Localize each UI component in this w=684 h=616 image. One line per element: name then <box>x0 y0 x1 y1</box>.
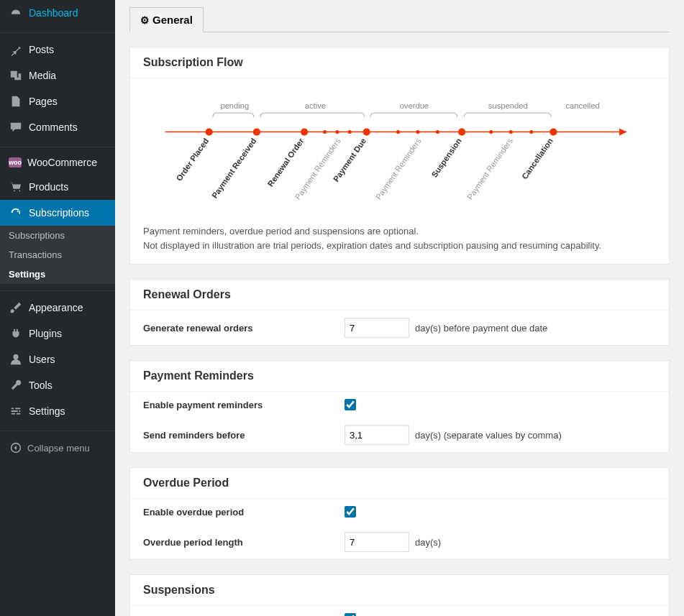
sidebar-label: Appearance <box>29 302 83 313</box>
enable-reminders-label: Enable payment reminders <box>143 400 345 410</box>
sidebar-label: WooCommerce <box>27 157 97 168</box>
pin-icon <box>9 42 23 57</box>
sidebar-item-dashboard[interactable]: Dashboard <box>0 0 115 26</box>
svg-point-0 <box>13 354 18 359</box>
sidebar-item-products[interactable]: Products <box>0 174 115 200</box>
overdue-length-input[interactable] <box>345 532 409 552</box>
media-icon <box>9 68 23 83</box>
submenu-item-settings[interactable]: Settings <box>0 265 115 284</box>
generate-renewal-label: Generate renewal orders <box>143 323 345 334</box>
svg-text:pending: pending <box>220 101 249 110</box>
dashboard-icon <box>9 6 23 20</box>
generate-renewal-input[interactable] <box>345 318 409 338</box>
sidebar-item-plugins[interactable]: Plugins <box>0 321 115 346</box>
user-icon <box>9 352 23 367</box>
enable-reminders-checkbox[interactable] <box>345 399 356 410</box>
sidebar-item-appearance[interactable]: Appearance <box>0 295 115 321</box>
enable-overdue-checkbox[interactable] <box>345 506 356 518</box>
svg-point-19 <box>416 130 419 134</box>
sidebar-label: Users <box>29 354 55 365</box>
sidebar-item-pages[interactable]: Pages <box>0 88 115 114</box>
sidebar-label: Products <box>29 181 68 193</box>
send-reminders-suffix: day(s) (separate values by comma) <box>415 430 562 441</box>
send-reminders-label: Send reminders before <box>143 430 345 441</box>
sidebar-item-subscriptions[interactable]: Subscriptions <box>0 200 115 226</box>
svg-point-11 <box>301 128 308 135</box>
enable-suspensions-checkbox[interactable] <box>345 613 356 616</box>
gear-icon: ⚙ <box>140 14 150 26</box>
enable-overdue-label: Enable overdue period <box>143 507 345 518</box>
flow-diagram: pending active overdue suspended cancell… <box>143 93 656 208</box>
svg-point-18 <box>396 130 400 134</box>
svg-text:overdue: overdue <box>400 101 429 110</box>
svg-text:cancelled: cancelled <box>566 101 600 110</box>
panel-suspensions: Suspensions Enable suspensions Suspensio… <box>129 574 670 616</box>
flow-note-2: Not displayed in illustration are trial … <box>143 239 656 253</box>
sidebar-label: Dashboard <box>29 7 78 19</box>
cart-icon <box>9 180 23 194</box>
panel-title: Renewal Orders <box>130 280 669 311</box>
svg-point-12 <box>363 128 370 135</box>
admin-sidebar: Dashboard Posts Media Pages Comments woo… <box>0 0 115 616</box>
overdue-length-label: Overdue period length <box>143 537 345 548</box>
submenu-item-transactions[interactable]: Transactions <box>0 245 115 265</box>
sidebar-item-woocommerce[interactable]: woo WooCommerce <box>0 151 115 174</box>
comment-icon <box>9 120 23 134</box>
panel-title: Subscription Flow <box>130 47 669 78</box>
svg-text:Payment Received: Payment Received <box>210 137 258 200</box>
overdue-length-suffix: day(s) <box>415 537 441 548</box>
svg-point-10 <box>253 128 260 135</box>
panel-title: Suspensions <box>130 575 669 606</box>
sidebar-label: Posts <box>29 44 54 55</box>
sidebar-item-tools[interactable]: Tools <box>0 372 115 398</box>
svg-text:Cancellation: Cancellation <box>520 137 555 181</box>
sidebar-item-settings[interactable]: Settings <box>0 398 115 424</box>
svg-text:Payment Reminders: Payment Reminders <box>374 137 423 201</box>
svg-point-9 <box>206 128 213 135</box>
svg-text:Renewal Order: Renewal Order <box>266 136 306 188</box>
enable-suspensions-label: Enable suspensions <box>143 614 345 617</box>
tab-label: General <box>152 14 193 26</box>
sidebar-label: Tools <box>29 380 53 391</box>
submenu-item-subscriptions[interactable]: Subscriptions <box>0 226 115 245</box>
svg-point-16 <box>335 130 339 134</box>
svg-text:Payment Reminders: Payment Reminders <box>465 137 514 201</box>
sidebar-item-posts[interactable]: Posts <box>0 37 115 63</box>
svg-text:Order Placed: Order Placed <box>175 137 211 183</box>
svg-point-15 <box>323 130 327 134</box>
flow-note-1: Payment reminders, overdue period and su… <box>143 224 656 239</box>
svg-text:Suspension: Suspension <box>430 137 463 179</box>
panel-subscription-flow: Subscription Flow pending active overdue… <box>129 47 670 265</box>
panel-title: Overdue Period <box>130 468 669 499</box>
sidebar-label: Pages <box>29 96 58 107</box>
sidebar-label: Comments <box>29 121 78 133</box>
panel-payment-reminders: Payment Reminders Enable payment reminde… <box>129 360 670 453</box>
svg-point-22 <box>509 130 513 134</box>
collapse-menu[interactable]: Collapse menu <box>0 435 115 461</box>
svg-text:suspended: suspended <box>488 101 528 110</box>
sidebar-item-media[interactable]: Media <box>0 63 115 88</box>
svg-point-17 <box>348 130 352 134</box>
refresh-icon <box>9 206 23 220</box>
sidebar-submenu: Subscriptions Transactions Settings <box>0 226 115 284</box>
svg-point-23 <box>529 130 533 134</box>
svg-point-13 <box>458 128 465 135</box>
generate-renewal-suffix: day(s) before payment due date <box>415 323 547 334</box>
plug-icon <box>9 326 23 341</box>
svg-text:active: active <box>305 101 326 110</box>
send-reminders-input[interactable] <box>345 425 409 445</box>
panel-title: Payment Reminders <box>130 361 669 392</box>
svg-point-14 <box>550 128 557 135</box>
main-content: ⚙General Subscription Flow pending activ… <box>115 0 684 616</box>
sidebar-item-comments[interactable]: Comments <box>0 114 115 140</box>
tab-general[interactable]: ⚙General <box>129 7 204 32</box>
sidebar-item-users[interactable]: Users <box>0 346 115 372</box>
svg-marker-3 <box>619 128 626 135</box>
page-icon <box>9 94 23 109</box>
svg-point-20 <box>436 130 439 134</box>
wrench-icon <box>9 378 23 392</box>
collapse-icon <box>9 441 23 455</box>
sidebar-label: Subscriptions <box>29 207 89 219</box>
collapse-label: Collapse menu <box>27 443 90 454</box>
panel-renewal-orders: Renewal Orders Generate renewal orders d… <box>129 279 670 346</box>
